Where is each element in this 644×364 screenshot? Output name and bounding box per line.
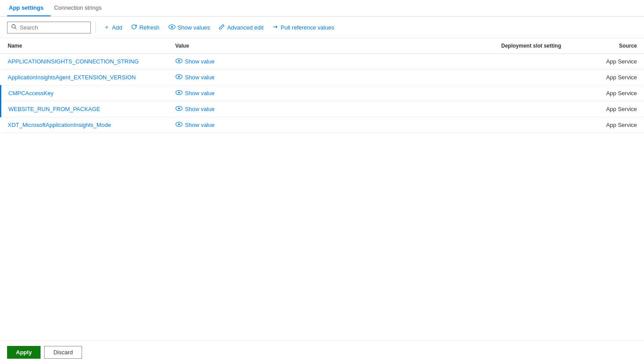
value-cell[interactable]: Show value <box>168 54 495 70</box>
footer: Apply Discard <box>0 340 644 364</box>
show-value-label: Show value <box>185 90 215 97</box>
svg-point-14 <box>178 123 180 125</box>
source-cell: App Service <box>591 101 644 117</box>
deployment-slot-cell <box>494 85 591 101</box>
show-value-button[interactable]: Show value <box>175 122 488 128</box>
show-value-button[interactable]: Show value <box>175 58 488 65</box>
eye-icon <box>175 122 182 128</box>
show-value-button[interactable]: Show value <box>175 106 488 112</box>
show-value-label: Show value <box>185 74 215 81</box>
pull-icon <box>272 24 279 31</box>
value-cell[interactable]: Show value <box>168 117 495 133</box>
add-icon: ＋ <box>104 23 110 31</box>
tab-app-settings[interactable]: App settings <box>7 0 51 16</box>
tab-connection-strings[interactable]: Connection strings <box>52 0 109 16</box>
source-cell: App Service <box>591 54 644 70</box>
svg-point-8 <box>178 76 180 78</box>
settings-table: Name Value Deployment slot setting Sourc… <box>0 38 644 133</box>
show-value-label: Show value <box>185 58 215 65</box>
edit-icon <box>219 24 225 31</box>
svg-point-3 <box>171 26 173 28</box>
source-cell: App Service <box>591 70 644 85</box>
add-button[interactable]: ＋ Add <box>100 21 126 33</box>
show-value-label: Show value <box>185 106 215 112</box>
show-value-button[interactable]: Show value <box>175 90 488 97</box>
toolbar-divider <box>95 22 96 33</box>
eye-icon <box>175 58 182 65</box>
svg-point-12 <box>178 108 180 109</box>
name-cell[interactable]: APPLICATIONINSIGHTS_CONNECTION_STRING <box>1 54 168 70</box>
col-header-value: Value <box>168 38 495 54</box>
svg-point-0 <box>12 24 15 28</box>
tabs-container: App settings Connection strings <box>0 0 644 17</box>
value-cell[interactable]: Show value <box>168 101 495 117</box>
col-header-source: Source <box>591 38 644 54</box>
value-cell[interactable]: Show value <box>168 85 495 101</box>
show-value-button[interactable]: Show value <box>175 74 488 81</box>
show-values-button[interactable]: Show values <box>165 22 214 33</box>
search-icon <box>11 24 17 31</box>
table-row: WEBSITE_RUN_FROM_PACKAGE Show value App … <box>1 101 644 117</box>
table-row: CMPCAccessKey Show value App Service <box>1 85 644 101</box>
search-input[interactable] <box>20 24 87 31</box>
value-cell[interactable]: Show value <box>168 70 495 85</box>
svg-point-6 <box>178 60 180 62</box>
name-cell[interactable]: WEBSITE_RUN_FROM_PACKAGE <box>1 101 168 117</box>
name-cell[interactable]: ApplicationInsightsAgent_EXTENSION_VERSI… <box>1 70 168 85</box>
svg-point-10 <box>178 92 180 93</box>
svg-line-1 <box>15 27 17 29</box>
pull-reference-values-button[interactable]: Pull reference values <box>269 22 338 33</box>
eye-icon <box>168 24 175 31</box>
name-cell[interactable]: CMPCAccessKey <box>1 85 168 101</box>
settings-table-container: Name Value Deployment slot setting Sourc… <box>0 38 644 340</box>
col-header-deployment-slot: Deployment slot setting <box>494 38 591 54</box>
refresh-icon <box>131 24 137 31</box>
deployment-slot-cell <box>494 101 591 117</box>
table-row: XDT_MicrosoftApplicationInsights_Mode Sh… <box>1 117 644 133</box>
table-header-row: Name Value Deployment slot setting Sourc… <box>1 38 644 54</box>
deployment-slot-cell <box>494 54 591 70</box>
deployment-slot-cell <box>494 70 591 85</box>
table-row: ApplicationInsightsAgent_EXTENSION_VERSI… <box>1 70 644 85</box>
discard-button[interactable]: Discard <box>44 346 82 359</box>
toolbar: ＋ Add Refresh Show values Advanced edit … <box>0 17 644 38</box>
show-value-label: Show value <box>185 122 215 128</box>
deployment-slot-cell <box>494 117 591 133</box>
col-header-name: Name <box>1 38 168 54</box>
advanced-edit-button[interactable]: Advanced edit <box>215 22 267 33</box>
name-cell[interactable]: XDT_MicrosoftApplicationInsights_Mode <box>1 117 168 133</box>
table-row: APPLICATIONINSIGHTS_CONNECTION_STRING Sh… <box>1 54 644 70</box>
refresh-button[interactable]: Refresh <box>127 22 163 33</box>
eye-icon <box>175 74 182 81</box>
eye-icon <box>175 90 182 97</box>
search-box[interactable] <box>7 22 91 33</box>
apply-button[interactable]: Apply <box>7 346 41 359</box>
source-cell: App Service <box>591 117 644 133</box>
source-cell: App Service <box>591 85 644 101</box>
eye-icon <box>175 106 182 112</box>
